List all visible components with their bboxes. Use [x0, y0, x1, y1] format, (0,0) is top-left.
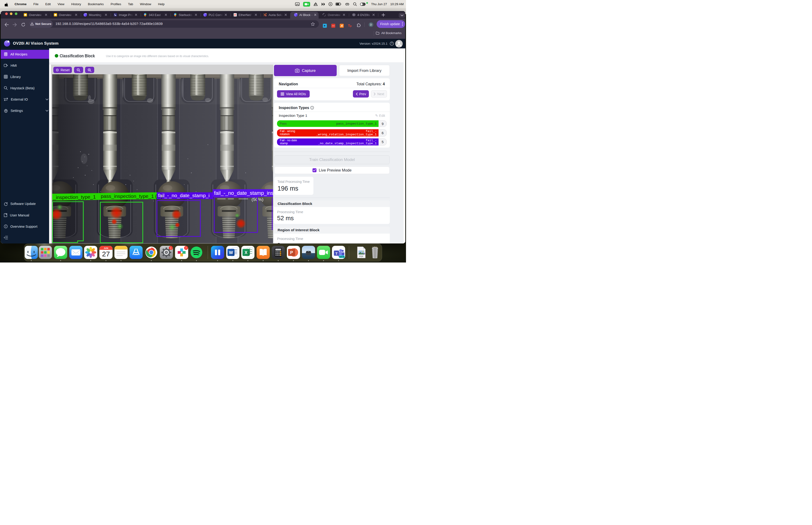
svg-text:NEW: NEW — [339, 255, 344, 258]
svg-text:JUN: JUN — [104, 247, 108, 249]
svg-text:fail_-_no_date_stamp_ins: fail_-_no_date_stamp_ins — [214, 190, 273, 196]
svg-text:1: 1 — [170, 246, 171, 249]
svg-text:W: W — [229, 250, 233, 255]
svg-text:pass_inspection_type_1 (...): pass_inspection_type_1 (...) — [101, 193, 163, 199]
svg-text:?: ? — [391, 42, 393, 45]
svg-text:_inspection_type_1: _inspection_type_1 — [53, 194, 96, 200]
svg-text:27: 27 — [102, 250, 110, 258]
svg-text:P: P — [290, 250, 293, 255]
svg-text:PDF: PDF — [359, 255, 364, 258]
svg-text:7: 7 — [185, 246, 186, 249]
svg-text:T: T — [335, 252, 337, 255]
svg-text:X: X — [245, 250, 247, 255]
svg-text:fail_-_no_date_stamp_i: fail_-_no_date_stamp_i — [158, 193, 210, 198]
